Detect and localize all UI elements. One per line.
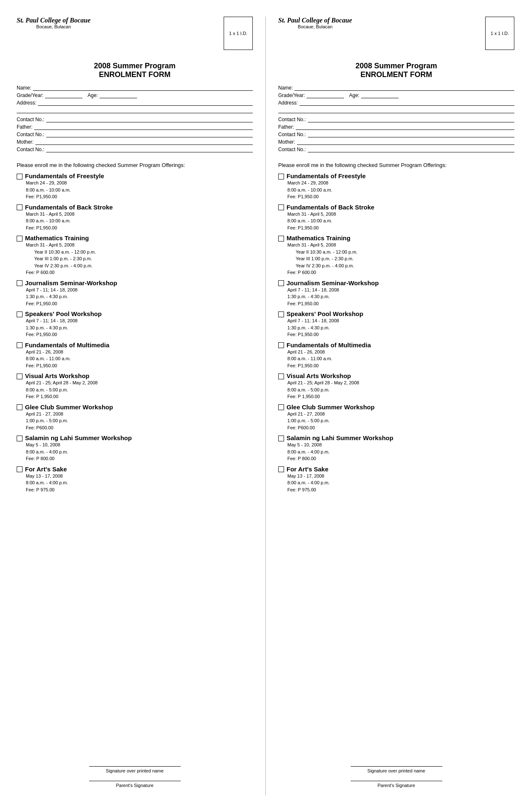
right-mother-label: Mother: xyxy=(278,139,295,145)
right-grade-line[interactable] xyxy=(307,92,344,98)
left-program-2: Mathematics TrainingMarch 31 - April 5, … xyxy=(17,234,253,276)
right-prog-indent-2-2: Year IV 2:30 p.m. - 4:00 p.m. xyxy=(296,262,514,269)
right-program-details-9: May 13 - 17, 20088:00 a.m. - 4:00 p.m.Fe… xyxy=(287,473,514,493)
right-school-address: Bocaue, Bulacan xyxy=(278,24,352,29)
left-prog-indent-2-2: Year IV 2:30 p.m. - 4:00 p.m. xyxy=(34,262,253,269)
right-fcontact-line[interactable] xyxy=(308,132,514,137)
left-prog-dates-4: April 7 - 11; 14 - 18, 2008 xyxy=(26,317,253,324)
left-address-line1[interactable] xyxy=(38,100,253,106)
left-contact-line[interactable] xyxy=(46,117,253,122)
right-program-details-6: April 21 - 25; April 28 - May 2, 20088:0… xyxy=(287,379,514,400)
right-program-name-4: Speakers' Pool Workshop xyxy=(287,310,363,317)
right-contact-line[interactable] xyxy=(308,117,514,122)
right-prog-fee-1: Fee: P1,950.00 xyxy=(287,224,514,232)
right-age-line[interactable] xyxy=(361,92,399,98)
right-checkbox-5[interactable] xyxy=(278,342,284,348)
left-sig2-label: Parent's Signature xyxy=(116,783,153,788)
left-checkbox-1[interactable] xyxy=(17,204,22,210)
right-address-line1[interactable] xyxy=(299,100,514,106)
right-sig1-line xyxy=(351,766,442,767)
right-checkbox-1[interactable] xyxy=(278,204,284,210)
left-address-row: Address: xyxy=(17,100,253,106)
left-address-label: Address: xyxy=(17,100,36,106)
right-father-line[interactable] xyxy=(296,124,514,130)
left-grade-line[interactable] xyxy=(45,92,82,98)
right-address-line2[interactable] xyxy=(278,107,514,113)
right-checkbox-6[interactable] xyxy=(278,374,284,379)
right-checkbox-4[interactable] xyxy=(278,311,284,317)
left-program-header-9: For Art's Sake xyxy=(17,466,253,473)
right-prog-time-6: 8:00 a.m. - 5:00 p.m. xyxy=(287,386,514,394)
right-name-line[interactable] xyxy=(294,85,514,91)
right-school-info: St. Paul College of Bocaue Bocaue, Bulac… xyxy=(278,17,352,29)
right-program-6: Visual Arts WorkshopApril 21 - 25; April… xyxy=(278,372,514,400)
left-mother-line[interactable] xyxy=(35,139,253,145)
right-id-box: 1 x 1 I.D. xyxy=(485,17,514,50)
right-sig2-label: Parent's Signature xyxy=(377,783,415,788)
left-school-info: St. Paul College of Bocaue Bocaue, Bulac… xyxy=(17,17,90,29)
right-sig1-label: Signature over printed name xyxy=(367,768,425,773)
left-form-title: 2008 Summer Program ENROLMENT FORM xyxy=(17,62,253,79)
left-checkbox-9[interactable] xyxy=(17,466,22,472)
right-checkbox-0[interactable] xyxy=(278,174,284,179)
left-prog-fee-0: Fee: P1,950.00 xyxy=(26,193,253,200)
left-mcontact-label: Contact No.: xyxy=(17,147,45,152)
right-program-name-7: Glee Club Summer Workshop xyxy=(287,404,374,411)
left-checkbox-2[interactable] xyxy=(17,236,22,242)
right-program-header-2: Mathematics Training xyxy=(278,234,514,242)
right-address-row2 xyxy=(278,107,514,113)
right-prog-dates-1: March 31 - April 5, 2008 xyxy=(287,211,514,218)
right-checkbox-3[interactable] xyxy=(278,280,284,286)
right-checkbox-8[interactable] xyxy=(278,436,284,441)
right-header: St. Paul College of Bocaue Bocaue, Bulac… xyxy=(278,17,514,50)
right-mcontact-line[interactable] xyxy=(308,147,514,152)
left-header: St. Paul College of Bocaue Bocaue, Bulac… xyxy=(17,17,253,50)
left-address-line2[interactable] xyxy=(17,107,253,113)
right-sig2-row: Parent's Signature xyxy=(278,781,514,788)
left-programs: Fundamentals of FreestyleMarch 24 - 29, … xyxy=(17,172,253,496)
right-checkbox-2[interactable] xyxy=(278,236,284,242)
right-program-details-4: April 7 - 11; 14 - 18, 20081:30 p.m. - 4… xyxy=(287,317,514,338)
right-intro: Please enroll me in the following checke… xyxy=(278,162,514,169)
left-prog-dates-7: April 21 - 27, 2008 xyxy=(26,411,253,418)
left-checkbox-8[interactable] xyxy=(17,436,22,441)
left-prog-dates-5: April 21 - 26, 2008 xyxy=(26,349,253,356)
left-prog-dates-2: March 31 - April 5, 2008 xyxy=(26,242,253,249)
left-fcontact-line[interactable] xyxy=(46,132,253,137)
left-checkbox-4[interactable] xyxy=(17,311,22,317)
right-checkbox-7[interactable] xyxy=(278,404,284,410)
left-sub-title: ENROLMENT FORM xyxy=(17,70,253,79)
left-father-line[interactable] xyxy=(34,124,253,130)
left-program-header-6: Visual Arts Workshop xyxy=(17,372,253,379)
left-prog-dates-8: May 5 - 10, 2008 xyxy=(26,441,253,448)
left-checkbox-6[interactable] xyxy=(17,374,22,379)
right-prog-fee-3: Fee: P1,950.00 xyxy=(287,300,514,307)
right-program-name-1: Fundamentals of Back Stroke xyxy=(287,204,374,211)
left-mcontact-line[interactable] xyxy=(46,147,253,152)
left-program-name-5: Fundamentals of Multimedia xyxy=(25,341,110,349)
left-prog-fee-9: Fee: P 975.00 xyxy=(26,486,253,493)
left-father-label: Father: xyxy=(17,124,32,130)
left-program-details-4: April 7 - 11; 14 - 18, 20081:30 p.m. - 4… xyxy=(26,317,253,338)
left-prog-time-0: 8:00 a.m. - 10:00 a.m. xyxy=(26,187,253,194)
right-mother-line[interactable] xyxy=(297,139,514,145)
right-prog-time-3: 1:30 p.m. - 4:30 p.m. xyxy=(287,293,514,300)
left-prog-indent-2-0: Year II 10:30 a.m. - 12:00 p.m. xyxy=(34,249,253,256)
left-sig1-row: Signature over printed name xyxy=(17,766,253,773)
left-checkbox-3[interactable] xyxy=(17,280,22,286)
left-prog-dates-0: March 24 - 29, 2008 xyxy=(26,179,253,187)
left-prog-fee-3: Fee: P1,950.00 xyxy=(26,300,253,307)
left-checkbox-5[interactable] xyxy=(17,342,22,348)
left-age-line[interactable] xyxy=(100,92,137,98)
left-checkbox-7[interactable] xyxy=(17,404,22,410)
right-programs: Fundamentals of FreestyleMarch 24 - 29, … xyxy=(278,172,514,496)
right-name-label: Name: xyxy=(278,85,293,91)
right-prog-dates-9: May 13 - 17, 2008 xyxy=(287,473,514,480)
left-checkbox-0[interactable] xyxy=(17,174,22,179)
left-program-details-5: April 21 - 26, 20088:00 a.m. - 11:00 a.m… xyxy=(26,349,253,369)
right-checkbox-9[interactable] xyxy=(278,466,284,472)
left-name-line[interactable] xyxy=(33,85,253,91)
left-program-name-6: Visual Arts Workshop xyxy=(25,372,90,379)
left-program-header-5: Fundamentals of Multimedia xyxy=(17,341,253,349)
left-school-name: St. Paul College of Bocaue xyxy=(17,17,90,24)
